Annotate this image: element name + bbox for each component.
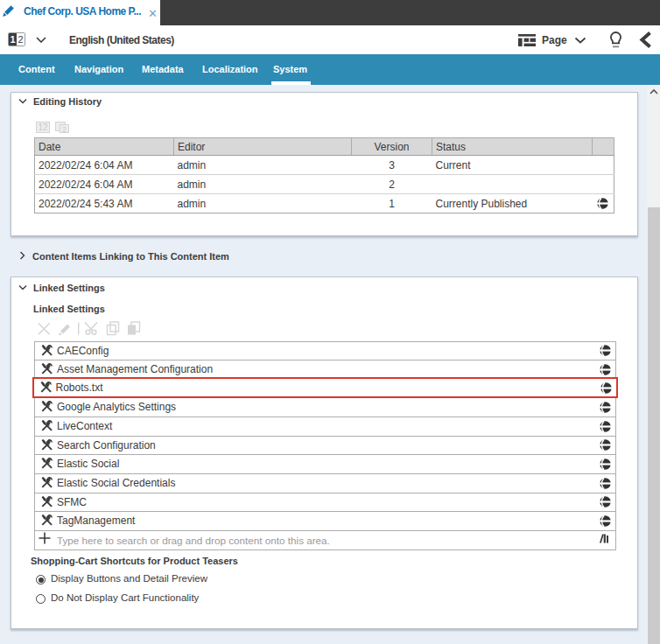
svg-text:12: 12 [38,122,48,132]
svg-text:2: 2 [62,125,67,134]
